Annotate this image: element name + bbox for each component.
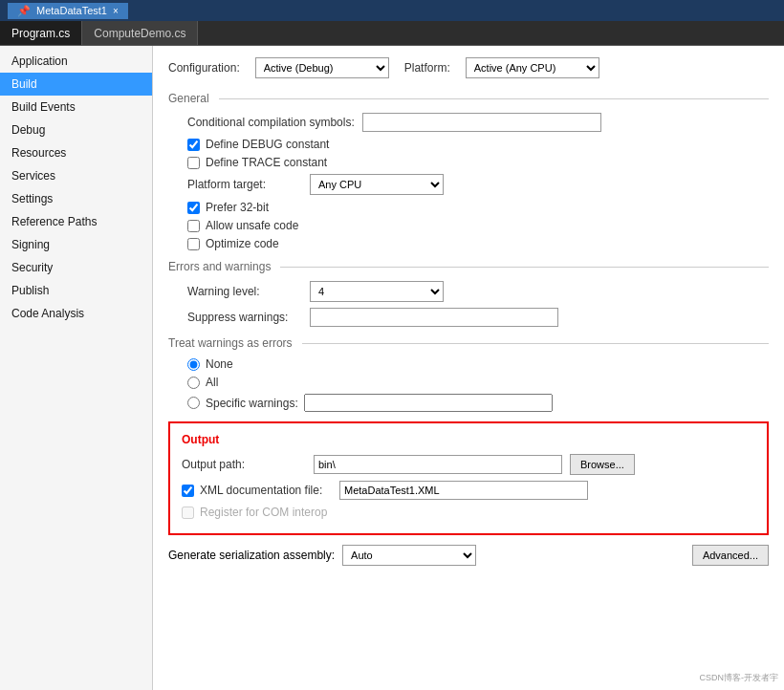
generate-serialization-label: Generate serialization assembly:: [168, 549, 335, 562]
output-path-row: Output path: Browse...: [182, 454, 755, 475]
platform-target-dropdown-container: Any CPU x86 x64: [310, 174, 444, 195]
platform-label: Platform:: [404, 61, 450, 75]
treat-warnings-none-row: None: [187, 357, 769, 371]
treat-warnings-specific-input[interactable]: [304, 394, 553, 412]
config-row: Configuration: Active (Debug) Debug Rele…: [168, 57, 769, 78]
title-tab-metadatatest1[interactable]: 📌 MetaDataTest1 ×: [8, 3, 128, 19]
define-trace-row: Define TRACE constant: [187, 156, 769, 169]
treat-warnings-none-radio[interactable]: [187, 358, 200, 371]
allow-unsafe-label: Allow unsafe code: [206, 219, 298, 232]
serialization-dropdown-container: Auto On Off: [342, 545, 476, 566]
sidebar-item-publish[interactable]: Publish: [0, 279, 152, 302]
tab-label-metadatatest1: MetaDataTest1: [36, 5, 107, 16]
allow-unsafe-row: Allow unsafe code: [187, 219, 769, 232]
warning-level-row: Warning level: 4 0 1 2 3: [187, 281, 769, 302]
sidebar-item-security[interactable]: Security: [0, 256, 152, 279]
pin-icon: 📌: [17, 5, 31, 17]
sidebar-item-signing[interactable]: Signing: [0, 233, 152, 256]
platform-dropdown[interactable]: Active (Any CPU) Any CPU x86 x64: [466, 57, 599, 78]
output-path-label: Output path:: [182, 458, 306, 471]
sidebar-item-referencepaths[interactable]: Reference Paths: [0, 210, 152, 233]
conditional-symbols-input[interactable]: [362, 113, 601, 132]
treat-warnings-specific-label: Specific warnings:: [206, 397, 298, 410]
xml-doc-checkbox[interactable]: [182, 485, 194, 497]
treat-warnings-section-header: Treat warnings as errors: [168, 336, 769, 350]
sidebar-item-buildevents[interactable]: Build Events: [0, 96, 152, 119]
define-trace-label: Define TRACE constant: [206, 156, 327, 169]
optimize-code-row: Optimize code: [187, 237, 769, 250]
watermark: CSDN博客-开发者宇: [700, 672, 779, 684]
advanced-button[interactable]: Advanced...: [692, 545, 769, 566]
define-debug-label: Define DEBUG constant: [206, 138, 329, 151]
treat-warnings-specific-row: Specific warnings:: [187, 394, 769, 412]
tab-close-metadatatest1[interactable]: ×: [113, 6, 119, 16]
sidebar-item-settings[interactable]: Settings: [0, 187, 152, 210]
platform-dropdown-container: Active (Any CPU) Any CPU x86 x64: [466, 57, 599, 78]
treat-warnings-all-label: All: [206, 376, 218, 389]
register-com-row: Register for COM interop: [182, 506, 755, 519]
configuration-label: Configuration:: [168, 61, 240, 75]
main-layout: Application Build Build Events Debug Res…: [0, 46, 784, 690]
define-debug-checkbox[interactable]: [187, 139, 200, 151]
define-trace-checkbox[interactable]: [187, 157, 200, 169]
prefer32bit-label: Prefer 32-bit: [206, 201, 269, 214]
content-area: Configuration: Active (Debug) Debug Rele…: [153, 46, 784, 690]
conditional-symbols-row: Conditional compilation symbols:: [187, 113, 769, 132]
bottom-row: Generate serialization assembly: Auto On…: [168, 545, 769, 566]
doc-tab-label-computedemo: ComputeDemo.cs: [94, 27, 185, 40]
conditional-symbols-label: Conditional compilation symbols:: [187, 116, 355, 129]
sidebar-item-codeanalysis[interactable]: Code Analysis: [0, 302, 152, 325]
register-com-label: Register for COM interop: [200, 506, 327, 519]
platform-target-row: Platform target: Any CPU x86 x64: [187, 174, 769, 195]
sidebar: Application Build Build Events Debug Res…: [0, 46, 153, 690]
allow-unsafe-checkbox[interactable]: [187, 220, 200, 232]
warning-level-dropdown-container: 4 0 1 2 3: [310, 281, 444, 302]
doc-tab-programcs[interactable]: Program.cs: [0, 21, 82, 45]
treat-warnings-specific-radio[interactable]: [187, 397, 200, 409]
prefer32bit-row: Prefer 32-bit: [187, 201, 769, 214]
xml-doc-input[interactable]: [339, 481, 588, 500]
serialization-row: Generate serialization assembly: Auto On…: [168, 545, 476, 566]
title-bar: 📌 MetaDataTest1 ×: [0, 0, 784, 21]
prefer32bit-checkbox[interactable]: [187, 202, 200, 214]
sidebar-item-resources[interactable]: Resources: [0, 141, 152, 164]
platform-target-dropdown[interactable]: Any CPU x86 x64: [310, 174, 444, 195]
sidebar-item-build[interactable]: Build: [0, 73, 152, 96]
sidebar-item-services[interactable]: Services: [0, 164, 152, 187]
sidebar-item-debug[interactable]: Debug: [0, 119, 152, 141]
errors-warnings-section: Warning level: 4 0 1 2 3 Suppress warnin…: [168, 281, 769, 327]
output-path-input[interactable]: [314, 455, 562, 474]
output-section-label: Output: [182, 433, 755, 446]
xml-doc-label: XML documentation file:: [200, 484, 324, 497]
suppress-warnings-input[interactable]: [310, 308, 558, 327]
register-com-checkbox[interactable]: [182, 507, 194, 519]
document-tabs: Program.cs ComputeDemo.cs: [0, 21, 784, 46]
suppress-warnings-row: Suppress warnings:: [187, 308, 769, 327]
configuration-dropdown-container: Active (Debug) Debug Release: [255, 57, 389, 78]
general-section: Conditional compilation symbols: Define …: [168, 113, 769, 250]
errors-warnings-section-header: Errors and warnings: [168, 260, 769, 273]
optimize-code-label: Optimize code: [206, 237, 279, 250]
platform-target-label: Platform target:: [187, 178, 302, 191]
doc-tab-label-programcs: Program.cs: [11, 27, 70, 40]
output-section: Output Output path: Browse... XML docume…: [168, 421, 769, 535]
treat-warnings-section: None All Specific warnings:: [168, 357, 769, 412]
treat-warnings-none-label: None: [206, 357, 233, 371]
configuration-dropdown[interactable]: Active (Debug) Debug Release: [255, 57, 389, 78]
doc-tab-computedemo[interactable]: ComputeDemo.cs: [82, 21, 198, 45]
serialization-dropdown[interactable]: Auto On Off: [342, 545, 476, 566]
define-debug-row: Define DEBUG constant: [187, 138, 769, 151]
xml-doc-row: XML documentation file:: [182, 481, 755, 500]
warning-level-dropdown[interactable]: 4 0 1 2 3: [310, 281, 444, 302]
general-section-header: General: [168, 92, 769, 105]
treat-warnings-all-radio[interactable]: [187, 377, 200, 389]
treat-warnings-all-row: All: [187, 376, 769, 389]
optimize-code-checkbox[interactable]: [187, 238, 200, 250]
warning-level-label: Warning level:: [187, 285, 302, 298]
browse-button[interactable]: Browse...: [570, 454, 635, 475]
sidebar-item-application[interactable]: Application: [0, 50, 152, 73]
suppress-warnings-label: Suppress warnings:: [187, 311, 302, 324]
